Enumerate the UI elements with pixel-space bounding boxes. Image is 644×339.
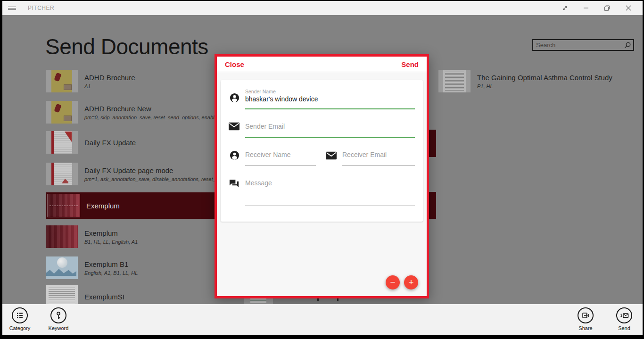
sender-name-underline [245, 108, 415, 109]
title-bar: PITCHER [2, 1, 643, 15]
restore-button[interactable] [596, 1, 618, 15]
bottom-app-bar: Category Keyword [2, 304, 643, 335]
document-thumbnail [46, 256, 78, 279]
sender-name-input[interactable] [245, 95, 415, 103]
document-thumbnail [46, 70, 78, 92]
document-title: The Gaining Optimal Asthma Control Study [477, 74, 612, 82]
keyword-icon [54, 311, 63, 320]
hamburger-menu-icon[interactable] [2, 1, 21, 15]
expand-icon [561, 5, 568, 11]
add-recipient-button[interactable]: + [404, 275, 418, 289]
document-subtitle: English, A1, B1, LL, HL [84, 270, 138, 276]
document-title: Daily FX Update [84, 139, 136, 147]
send-dialog-header: Close Send [217, 57, 427, 72]
document-subtitle: B1, HL, LL, English, A1 [84, 239, 138, 245]
message-icon [229, 178, 239, 189]
message-underline [245, 206, 415, 206]
share-button[interactable]: Share [569, 307, 602, 331]
list-item-exemplum-selected[interactable]: Exemplum [46, 192, 225, 219]
send-button[interactable]: Send [608, 307, 641, 331]
share-label: Share [569, 325, 602, 331]
send-form-card: Sender Name [221, 80, 423, 222]
document-thumbnail [438, 70, 471, 92]
list-item-asthma-control-study[interactable]: The Gaining Optimal Asthma Control Study… [438, 70, 612, 92]
document-thumbnail [46, 163, 78, 185]
document-thumbnail [46, 101, 78, 124]
minimize-button[interactable] [575, 1, 596, 15]
send-dialog: Close Send Sender Name [215, 54, 429, 298]
sender-email-input[interactable] [245, 123, 415, 130]
document-title: ADHD Brochure [84, 74, 135, 82]
document-title: Exemplum B1 [84, 260, 138, 268]
list-item-exemplum-b1[interactable]: Exemplum B1 English, A1, B1, LL, HL [46, 256, 138, 279]
receiver-email-underline [342, 165, 415, 166]
keyword-button[interactable]: Keyword [42, 307, 75, 331]
search-icon[interactable] [622, 40, 633, 50]
document-thumbnail [46, 131, 78, 154]
person-icon [229, 92, 240, 103]
document-subtitle: A1 [84, 83, 135, 89]
document-thumbnail [46, 225, 78, 248]
hidden-selected-row-sliver [429, 130, 436, 157]
partially-hidden-thumbnail [244, 298, 273, 304]
window-controls [554, 1, 639, 15]
partially-hidden-text [337, 298, 339, 301]
hidden-selected-row-sliver [429, 192, 436, 219]
list-item-daily-fx-update[interactable]: Daily FX Update [46, 131, 136, 154]
send-label: Send [608, 325, 641, 331]
document-title: ExemplumSI [84, 293, 124, 301]
app-window: PITCHER Send Documents ADHD Brochure A1 [2, 1, 643, 335]
document-thumbnail [48, 194, 80, 217]
receiver-email-input[interactable] [342, 151, 414, 158]
list-item-exemplum[interactable]: Exemplum B1, HL, LL, English, A1 [46, 225, 138, 248]
close-icon [626, 5, 631, 11]
person-icon [229, 150, 240, 161]
partially-hidden-text [317, 298, 319, 301]
category-icon [16, 311, 24, 320]
email-icon [228, 122, 240, 131]
search-input[interactable] [533, 41, 622, 49]
keyword-label: Keyword [42, 325, 75, 331]
email-icon [325, 151, 337, 160]
page-title: Send Documents [45, 34, 208, 59]
receiver-name-input[interactable] [245, 151, 314, 158]
restore-icon [604, 5, 610, 11]
list-item-adhd-brochure[interactable]: ADHD Brochure A1 [46, 70, 135, 92]
minimize-icon [583, 5, 589, 11]
message-input[interactable] [245, 179, 415, 187]
send-icon [620, 311, 629, 320]
dialog-close-button[interactable]: Close [225, 60, 244, 68]
document-subtitle: P1, HL [477, 83, 612, 89]
share-icon [581, 311, 590, 320]
document-title: Exemplum [86, 202, 120, 210]
sender-email-underline [245, 137, 415, 138]
search-box [532, 39, 634, 51]
fullscreen-button[interactable] [554, 1, 575, 15]
sender-name-label: Sender Name [245, 89, 276, 94]
document-title: Exemplum [84, 229, 138, 237]
dialog-send-button[interactable]: Send [401, 60, 419, 68]
app-title: PITCHER [28, 5, 54, 11]
receiver-name-underline [245, 165, 316, 166]
close-button[interactable] [618, 1, 639, 15]
remove-recipient-button[interactable]: − [386, 275, 400, 289]
category-label: Category [3, 325, 36, 331]
category-button[interactable]: Category [3, 307, 36, 331]
